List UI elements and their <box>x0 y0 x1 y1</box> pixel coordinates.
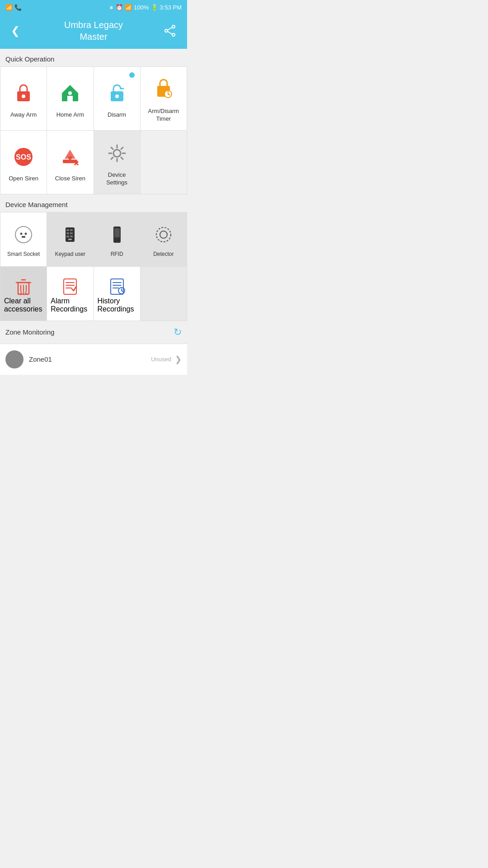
svg-rect-36 <box>70 229 73 231</box>
svg-point-45 <box>160 231 167 238</box>
rfid-icon <box>104 222 130 247</box>
svg-point-6 <box>22 94 25 98</box>
clear-all-accessories-button[interactable]: Clear all accessories <box>0 267 47 321</box>
history-recordings-icon <box>106 275 128 297</box>
svg-point-18 <box>68 156 72 160</box>
zone-monitoring-header: Zone Monitoring ↻ <box>0 321 187 344</box>
battery-icon: 🔋 <box>151 4 158 11</box>
smart-socket-button[interactable]: Smart Socket <box>0 212 47 267</box>
history-recordings-label: History Recordings <box>98 297 136 313</box>
svg-rect-37 <box>66 232 69 234</box>
history-recordings-button[interactable]: History Recordings <box>94 267 141 321</box>
detector-label: Detector <box>153 251 174 258</box>
svg-point-2 <box>172 33 175 36</box>
device-settings-button[interactable]: Device Settings <box>94 131 141 194</box>
svg-point-0 <box>172 25 175 28</box>
svg-point-10 <box>115 94 119 98</box>
smart-socket-label: Smart Socket <box>7 251 40 258</box>
battery-label: 100% <box>134 4 149 11</box>
svg-rect-41 <box>68 239 72 240</box>
arm-disarm-timer-icon <box>150 76 177 103</box>
svg-point-44 <box>156 227 171 242</box>
svg-rect-33 <box>22 236 25 238</box>
svg-point-31 <box>20 233 23 235</box>
disarm-label: Disarm <box>108 111 126 119</box>
svg-line-26 <box>111 147 113 149</box>
status-icon-phone: 📞 <box>14 4 22 11</box>
svg-line-3 <box>168 28 172 30</box>
zone01-row[interactable]: Zone01 Unused ❯ <box>0 344 187 375</box>
detector-button[interactable]: Detector <box>141 212 187 267</box>
svg-rect-38 <box>70 232 73 234</box>
svg-line-28 <box>121 147 123 149</box>
status-icon-100: 📶 <box>5 4 13 11</box>
svg-rect-39 <box>66 236 69 237</box>
alarm-recordings-button[interactable]: Alarm Recordings <box>47 267 94 321</box>
detector-icon <box>151 222 176 247</box>
svg-rect-40 <box>70 236 73 237</box>
svg-point-21 <box>113 150 121 157</box>
svg-rect-55 <box>64 279 76 294</box>
rfid-button[interactable]: RFID <box>94 212 141 267</box>
zone01-circle <box>5 350 23 368</box>
time-label: 3:53 PM <box>160 4 182 11</box>
away-arm-icon <box>10 80 37 107</box>
smart-socket-icon <box>11 222 36 247</box>
rfid-label: RFID <box>111 251 123 258</box>
svg-line-65 <box>122 291 123 292</box>
disarm-notification-dot <box>129 72 135 78</box>
alarm-icon: ⏰ <box>116 4 123 11</box>
keypad-user-icon <box>57 222 83 247</box>
disarm-icon <box>103 80 131 107</box>
device-management-grid-row1: Smart Socket Keypad user RFID <box>0 212 187 267</box>
svg-text:SOS: SOS <box>16 153 31 161</box>
open-siren-icon: SOS <box>10 143 37 170</box>
keypad-user-label: Keypad user <box>55 251 85 258</box>
alarm-recordings-icon <box>59 275 81 297</box>
svg-point-8 <box>68 91 72 95</box>
zone01-name: Zone01 <box>29 355 151 363</box>
keypad-user-button[interactable]: Keypad user <box>47 212 94 267</box>
svg-point-32 <box>25 233 27 235</box>
quick-operation-label: Quick Operation <box>0 49 187 66</box>
device-management-grid-row2: Clear all accessories Alarm Recordings <box>0 267 187 321</box>
arm-disarm-timer-button[interactable]: Arm/Disarm Timer <box>141 67 187 131</box>
status-right: ∗ ⏰ 📶 100% 🔋 3:53 PM <box>109 4 182 11</box>
device-settings-label: Device Settings <box>98 171 136 187</box>
home-arm-label: Home Arm <box>56 111 84 119</box>
svg-rect-43 <box>114 228 120 237</box>
signal-icon: 📶 <box>125 4 132 11</box>
header-title: Umbra LegacyMaster <box>64 19 123 42</box>
status-left: 📶 📞 <box>5 4 22 11</box>
svg-point-30 <box>15 226 32 243</box>
open-siren-label: Open Siren <box>9 175 38 183</box>
close-siren-button[interactable]: Close Siren <box>47 131 94 194</box>
svg-point-1 <box>165 29 168 32</box>
svg-rect-35 <box>66 229 69 231</box>
disarm-button[interactable]: Disarm <box>94 67 141 131</box>
open-siren-button[interactable]: SOS Open Siren <box>0 131 47 194</box>
back-button[interactable]: ❮ <box>7 24 23 37</box>
arm-disarm-timer-label: Arm/Disarm Timer <box>144 108 183 123</box>
refresh-button[interactable]: ↻ <box>174 326 182 338</box>
alarm-recordings-label: Alarm Recordings <box>51 297 89 313</box>
share-button[interactable] <box>164 24 180 37</box>
device-management-label: Device Management <box>0 194 187 212</box>
zone-monitoring-label: Zone Monitoring <box>5 328 54 336</box>
svg-rect-59 <box>111 279 123 294</box>
quick-operation-grid: Away Arm Home Arm Disarm <box>0 66 187 194</box>
quick-grid-empty <box>141 131 187 194</box>
close-siren-icon <box>56 143 84 170</box>
away-arm-button[interactable]: Away Arm <box>0 67 47 131</box>
svg-line-4 <box>168 32 172 34</box>
clear-all-icon <box>13 275 34 297</box>
device-settings-icon <box>103 140 131 167</box>
svg-line-27 <box>121 157 123 159</box>
home-arm-button[interactable]: Home Arm <box>47 67 94 131</box>
zone01-arrow[interactable]: ❯ <box>175 354 182 364</box>
app-header: ❮ Umbra LegacyMaster <box>0 14 187 49</box>
device-management-empty-cell <box>141 267 187 321</box>
svg-rect-7 <box>67 96 73 102</box>
home-arm-icon <box>56 80 84 107</box>
zone01-status: Unused <box>151 356 171 363</box>
